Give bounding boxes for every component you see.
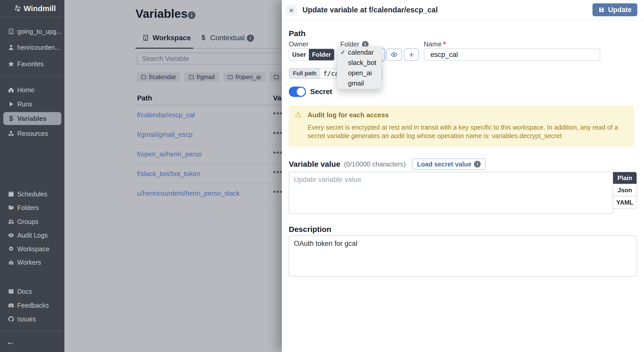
sidebar-item-resources[interactable]: Resources [0,129,64,138]
dropdown-option-label: slack_bot [348,59,376,66]
cubes-icon [7,130,15,137]
warning-icon: ⚠ [295,110,302,119]
dropdown-option-label: gmail [348,79,364,87]
format-tab-json[interactable]: Json [613,184,637,196]
sidebar-item-audit-logs[interactable]: Audit Logs [0,231,64,240]
description-textarea[interactable]: OAuth token for gcal [289,236,637,276]
close-drawer-button[interactable]: × [285,4,298,16]
collapse-sidebar-button[interactable]: ← [6,336,15,347]
dropdown-option-slack-bot[interactable]: slack_bot [337,57,381,68]
github-icon [7,315,15,323]
warning-title: Audit log for each access [308,111,627,119]
sidebar-item-workspace-settings[interactable]: Workspace [0,245,64,253]
nav-label: Issues [17,315,36,323]
favorites-label: Favorites [17,60,44,68]
dropdown-option-label: open_ai [348,69,372,77]
nav-label: Audit Logs [17,232,48,239]
sidebar-item-issues[interactable]: Issues [0,315,64,323]
sidebar: Windmill going_to_upg... henricourden...… [0,0,64,352]
discord-icon [7,302,15,309]
users-icon [7,218,15,225]
sidebar-item-user[interactable]: henricourden... [0,43,64,52]
workspace-name: going_to_upg... [17,28,62,35]
full-path-label: Full path [289,69,320,78]
book-icon [7,288,15,295]
folder-dropdown-menu: ✓ calendar slack_bot open_ai gmail [337,46,382,89]
format-tab-plain[interactable]: Plain [613,172,637,184]
nav-label: Schedules [17,190,47,198]
owner-toggle-group: User Folder [289,48,335,61]
drawer-body: Path Owner Folder i Name* User Folder [282,28,644,278]
load-secret-label: Load secret value [417,161,471,168]
app-logo[interactable]: Windmill [0,0,64,17]
drawer-backdrop[interactable] [64,0,282,352]
save-icon [598,6,605,13]
sidebar-item-groups[interactable]: Groups [0,217,64,226]
sidebar-item-runs[interactable]: Runs [0,100,64,108]
nav-label: Home [17,86,35,94]
format-tab-yaml[interactable]: YAML [613,196,637,208]
calendar-icon [7,190,15,198]
plus-icon: + [409,50,414,60]
nav-label: Workers [17,259,41,266]
update-button[interactable]: Update [592,3,637,16]
sidebar-item-favorites[interactable]: Favorites [0,60,64,68]
add-folder-button[interactable]: + [404,48,419,61]
sidebar-item-home[interactable]: Home [0,86,64,94]
update-variable-drawer: × Update variable at f/calendar/escp_cal… [282,0,644,352]
user-name: henricourden... [17,44,60,51]
drawer-header: × Update variable at f/calendar/escp_cal… [282,0,644,21]
eye-icon [7,232,15,239]
secret-label: Secret [310,88,332,96]
check-icon: ✓ [340,47,345,57]
audit-warning-box: ⚠ Audit log for each access Every secret… [289,106,633,147]
sidebar-item-variables-active[interactable]: $ Variables [3,112,61,125]
sidebar-divider [0,331,64,331]
variable-name-input[interactable] [424,48,600,61]
warning-body: Every secret is encrypted at rest and in… [308,123,635,140]
dropdown-option-calendar[interactable]: ✓ calendar [337,47,381,57]
gear-icon [7,245,15,253]
sidebar-item-feedbacks[interactable]: Feedbacks [0,301,64,310]
path-section-heading: Path [289,28,637,39]
nav-label: Groups [17,218,38,225]
home-icon [7,86,15,94]
load-secret-value-button[interactable]: Load secret value i [412,158,486,170]
dropdown-option-label: calendar [348,48,374,56]
robot-icon [7,259,15,266]
sidebar-item-folders[interactable]: Folders [0,203,64,212]
nav-label: Folders [17,204,39,212]
close-icon: × [289,6,294,15]
owner-option-folder[interactable]: Folder [309,49,334,60]
sidebar-item-docs[interactable]: Docs [0,287,64,296]
sidebar-divider [0,77,64,77]
name-label-text: Name [424,40,442,48]
arrow-left-icon: ← [6,336,15,347]
sidebar-item-workspace-switcher[interactable]: going_to_upg... [0,27,64,36]
dropdown-option-gmail[interactable]: gmail [337,78,381,88]
user-icon [7,44,15,51]
sidebar-item-workers[interactable]: Workers [0,258,64,267]
star-icon [7,60,15,68]
sidebar-item-schedules[interactable]: Schedules [0,190,64,198]
owner-label: Owner [289,40,309,48]
drawer-title: Update variable at f/calendar/escp_cal [302,6,438,14]
windmill-logo-icon [13,4,22,13]
variable-value-editor: Plain Json YAML [289,172,637,214]
format-tabs: Plain Json YAML [613,172,637,209]
folder-open-icon [7,204,15,211]
building-icon [7,28,15,35]
dropdown-option-open-ai[interactable]: open_ai [337,68,381,78]
windmill-app: Windmill going_to_upg... henricourden...… [0,0,644,352]
variable-value-header: Variable value (0/10000 characters) Load… [289,158,637,170]
view-folder-button[interactable] [386,48,402,61]
eye-icon [391,51,398,58]
variable-value-textarea[interactable] [289,172,613,214]
nav-label: Variables [17,115,47,123]
nav-label: Feedbacks [17,302,49,309]
secret-toggle[interactable] [289,87,306,97]
nav-label: Runs [17,100,32,108]
nav-label: Workspace [17,245,49,253]
nav-label: Docs [17,288,32,295]
owner-option-user[interactable]: User [289,49,309,60]
